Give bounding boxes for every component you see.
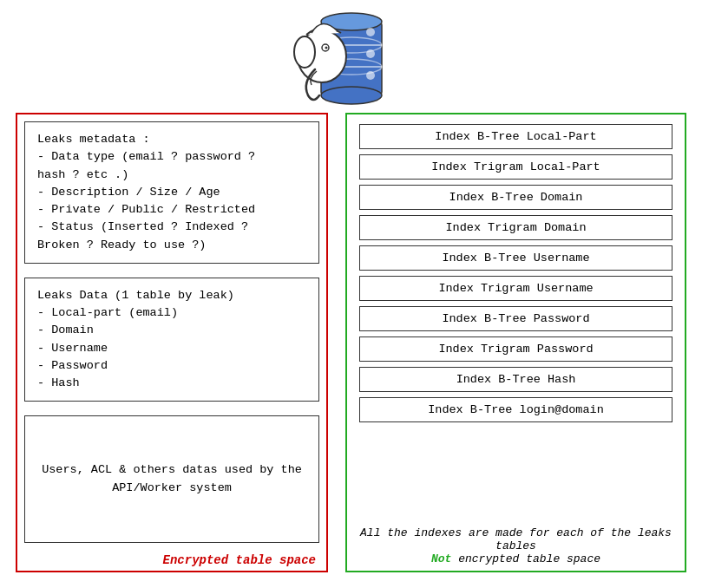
meta-line-5: - Status (Inserted ? Indexed ?	[37, 220, 248, 233]
users-acl-text: Users, ACL & others datas used by the AP…	[37, 461, 306, 497]
index-box-1: Index Trigram Local-Part	[359, 154, 672, 180]
left-column: Leaks metadata : - Data type (email ? pa…	[16, 113, 328, 572]
meta-line-3: - Description / Size / Age	[37, 186, 220, 199]
data-line-3: - Username	[37, 342, 108, 355]
index-box-7: Index Trigram Password	[359, 336, 672, 362]
index-box-5: Index Trigram Username	[359, 276, 672, 301]
not-encrypted-label: Not encrypted table space	[354, 552, 678, 565]
data-line-4: - Password	[37, 359, 108, 372]
meta-line-6: Broken ? Ready to use ?)	[37, 238, 206, 252]
meta-line-2: hash ? etc .)	[37, 168, 128, 181]
sublabel-text: All the indexes are made for each of the…	[354, 526, 678, 552]
right-column: Index B-Tree Local-Part Index Trigram Lo…	[345, 113, 686, 572]
index-box-8: Index B-Tree Hash	[359, 367, 672, 392]
encrypted-rest-text: encrypted table space	[451, 552, 600, 565]
svg-point-7	[366, 49, 375, 58]
leaks-metadata-box: Leaks metadata : - Data type (email ? pa…	[24, 121, 319, 264]
index-box-6: Index B-Tree Password	[359, 306, 672, 331]
index-box-2: Index B-Tree Domain	[359, 185, 672, 210]
svg-point-11	[294, 36, 315, 68]
leaks-data-box: Leaks Data (1 table by leak) - Local-par…	[24, 278, 319, 402]
leaks-metadata-text: Leaks metadata : - Data type (email ? pa…	[37, 131, 306, 254]
users-acl-box: Users, ACL & others datas used by the AP…	[24, 415, 319, 543]
svg-point-9	[321, 87, 382, 104]
index-box-0: Index B-Tree Local-Part	[359, 124, 672, 149]
database-elephant-icon	[273, 4, 430, 108]
encrypted-label: Encrypted table space	[163, 553, 316, 567]
data-line-5: - Hash	[37, 376, 80, 389]
columns-container: Leaks metadata : - Data type (email ? pa…	[0, 113, 702, 572]
leaks-data-text: Leaks Data (1 table by leak) - Local-par…	[37, 287, 306, 393]
meta-line-4: - Private / Public / Restricted	[37, 203, 255, 216]
index-box-4: Index B-Tree Username	[359, 245, 672, 271]
meta-line-1: - Data type (email ? password ?	[37, 150, 255, 163]
header-icon-area	[0, 0, 702, 113]
svg-point-13	[325, 47, 327, 49]
index-box-9: Index B-Tree login@domain	[359, 397, 672, 422]
index-box-3: Index Trigram Domain	[359, 215, 672, 240]
not-encrypted-label-area: All the indexes are made for each of the…	[347, 526, 685, 565]
svg-point-6	[366, 28, 375, 36]
data-line-0: Leaks Data (1 table by leak)	[37, 289, 234, 302]
svg-point-8	[366, 71, 375, 80]
data-line-2: - Domain	[37, 323, 94, 336]
elephant-db-svg	[273, 4, 430, 108]
data-line-1: - Local-part (email)	[37, 306, 178, 319]
not-text: Not	[431, 552, 451, 565]
main-container: Leaks metadata : - Data type (email ? pa…	[0, 0, 702, 588]
meta-line-0: Leaks metadata :	[37, 133, 150, 146]
